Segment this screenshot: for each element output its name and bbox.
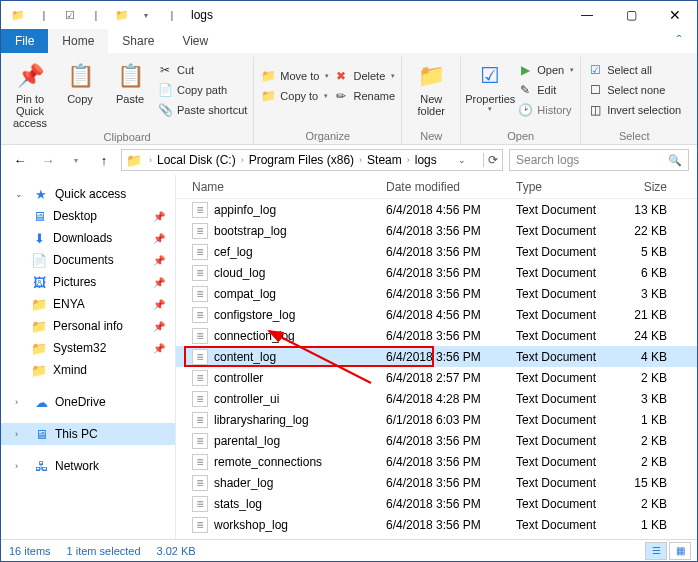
cut-button[interactable]: ✂ Cut [157,61,247,79]
sidebar-item[interactable]: 🖼Pictures📌 [1,271,175,293]
file-row[interactable]: ≡appinfo_log 6/4/2018 4:56 PM Text Docum… [176,199,697,220]
select-all-button[interactable]: ☑ Select all [587,61,681,79]
sidebar-item[interactable]: 📁ENYA📌 [1,293,175,315]
forward-button[interactable]: → [37,149,59,171]
search-icon[interactable]: 🔍 [668,154,682,167]
details-view-button[interactable]: ☰ [645,542,667,560]
edit-icon: ✎ [517,82,533,98]
file-row[interactable]: ≡configstore_log 6/4/2018 4:56 PM Text D… [176,304,697,325]
file-row[interactable]: ≡parental_log 6/4/2018 3:56 PM Text Docu… [176,430,697,451]
search-input[interactable]: Search logs 🔍 [509,149,689,171]
expand-icon[interactable]: › [15,429,25,439]
copy-to-button[interactable]: 📁 Copy to▾ [260,87,329,105]
copy-path-button[interactable]: 📄 Copy path [157,81,247,99]
chevron-right-icon[interactable]: › [241,155,244,165]
column-size[interactable]: Size [626,180,687,194]
invert-selection-button[interactable]: ◫ Invert selection [587,101,681,119]
file-row[interactable]: ≡cef_log 6/4/2018 3:56 PM Text Document … [176,241,697,262]
column-date[interactable]: Date modified [386,180,516,194]
breadcrumb-segment[interactable]: Program Files (x86) [249,153,354,167]
file-row[interactable]: ≡shader_log 6/4/2018 3:56 PM Text Docume… [176,472,697,493]
sidebar-network[interactable]: › 🖧 Network [1,455,175,477]
home-tab[interactable]: Home [48,29,108,53]
minimize-button[interactable]: — [565,1,609,29]
expand-icon[interactable]: › [15,397,25,407]
open-icon: ▶ [517,62,533,78]
sidebar-quick-access[interactable]: ⌄ ★ Quick access [1,183,175,205]
open-button[interactable]: ▶ Open▾ [517,61,574,79]
sidebar-item[interactable]: 📁System32📌 [1,337,175,359]
column-name[interactable]: Name [176,180,386,194]
maximize-button[interactable]: ▢ [609,1,653,29]
file-row[interactable]: ≡librarysharing_log 6/1/2018 6:03 PM Tex… [176,409,697,430]
edit-button[interactable]: ✎ Edit [517,81,574,99]
file-type: Text Document [516,518,626,532]
properties-button[interactable]: ☑ Properties ▾ [467,57,513,113]
group-label: Select [619,128,650,142]
file-row[interactable]: ≡compat_log 6/4/2018 3:56 PM Text Docume… [176,283,697,304]
up-button[interactable]: ↑ [93,149,115,171]
chevron-right-icon[interactable]: › [359,155,362,165]
sidebar-this-pc[interactable]: › 🖥 This PC [1,423,175,445]
close-button[interactable]: ✕ [653,1,697,29]
sidebar-item[interactable]: ⬇Downloads📌 [1,227,175,249]
back-button[interactable]: ← [9,149,31,171]
recent-locations-button[interactable]: ▾ [65,149,87,171]
file-row[interactable]: ≡cloud_log 6/4/2018 3:56 PM Text Documen… [176,262,697,283]
history-button[interactable]: 🕑 History [517,101,574,119]
rename-button[interactable]: ✏ Rename [333,87,395,105]
address-bar[interactable]: 📁 › Local Disk (C:) › Program Files (x86… [121,149,503,171]
item-icon: 🖼 [31,274,47,290]
qat-properties-icon[interactable]: ☑ [59,4,81,26]
qat-separator: | [33,4,55,26]
select-none-button[interactable]: ☐ Select none [587,81,681,99]
pin-quick-access-button[interactable]: 📌 Pin to Quick access [7,57,53,129]
ribbon-collapse-icon[interactable]: ˆ [661,29,697,53]
new-folder-button[interactable]: 📁 New folder [408,57,454,117]
sidebar-onedrive[interactable]: › ☁ OneDrive [1,391,175,413]
move-to-button[interactable]: 📁 Move to▾ [260,67,329,85]
delete-button[interactable]: ✖ Delete▾ [333,67,395,85]
qat-customize-icon[interactable]: ▾ [135,4,157,26]
sidebar-item[interactable]: 📄Documents📌 [1,249,175,271]
file-date: 6/4/2018 4:28 PM [386,392,516,406]
file-date: 6/4/2018 3:56 PM [386,350,516,364]
share-tab[interactable]: Share [108,29,168,53]
column-headers: Name Date modified Type Size [176,175,697,199]
window-title: logs [191,8,565,22]
file-type: Text Document [516,224,626,238]
breadcrumb-segment[interactable]: Local Disk (C:) [157,153,236,167]
view-tab[interactable]: View [168,29,222,53]
ribbon-group-organize: 📁 Move to▾ 📁 Copy to▾ ✖ Delete▾ ✏ Rename [254,57,402,144]
file-row[interactable]: ≡controller 6/4/2018 2:57 PM Text Docume… [176,367,697,388]
file-row[interactable]: ≡bootstrap_log 6/4/2018 3:56 PM Text Doc… [176,220,697,241]
sidebar-item[interactable]: 📁Personal info📌 [1,315,175,337]
file-date: 6/4/2018 3:56 PM [386,245,516,259]
refresh-icon[interactable]: ⟳ [483,153,498,167]
breadcrumb-segment[interactable]: Steam [367,153,402,167]
address-dropdown-icon[interactable]: ⌄ [454,155,466,165]
collapse-icon[interactable]: ⌄ [15,189,25,199]
sidebar-item[interactable]: 🖥Desktop📌 [1,205,175,227]
sidebar-item[interactable]: 📁Xmind [1,359,175,381]
chevron-right-icon[interactable]: › [149,155,152,165]
chevron-right-icon[interactable]: › [407,155,410,165]
file-row[interactable]: ≡controller_ui 6/4/2018 4:28 PM Text Doc… [176,388,697,409]
copy-button[interactable]: 📋 Copy [57,57,103,105]
paste-button[interactable]: 📋 Paste [107,57,153,105]
file-date: 6/4/2018 3:56 PM [386,287,516,301]
file-row[interactable]: ≡workshop_log 6/4/2018 3:56 PM Text Docu… [176,514,697,535]
breadcrumb-segment[interactable]: logs [415,153,437,167]
paste-shortcut-button[interactable]: 📎 Paste shortcut [157,101,247,119]
large-icons-view-button[interactable]: ▦ [669,542,691,560]
file-row[interactable]: ≡connection_log 6/4/2018 3:56 PM Text Do… [176,325,697,346]
file-row[interactable]: ≡content_log 6/4/2018 3:56 PM Text Docum… [176,346,697,367]
file-type: Text Document [516,413,626,427]
file-row[interactable]: ≡stats_log 6/4/2018 3:56 PM Text Documen… [176,493,697,514]
column-type[interactable]: Type [516,180,626,194]
expand-icon[interactable]: › [15,461,25,471]
file-name: compat_log [214,287,276,301]
file-row[interactable]: ≡remote_connections 6/4/2018 3:56 PM Tex… [176,451,697,472]
file-tab[interactable]: File [1,29,48,53]
qat-new-folder-icon[interactable]: 📁 [111,4,133,26]
